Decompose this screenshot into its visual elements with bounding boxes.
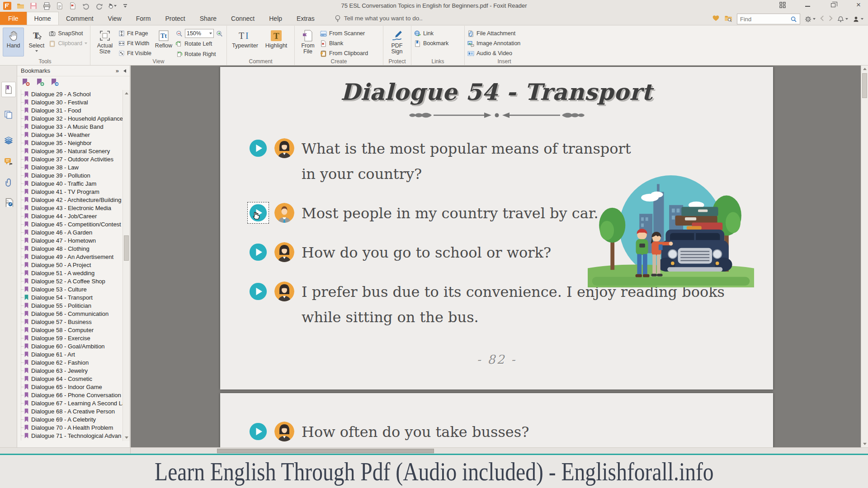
forward-button[interactable] [829, 15, 833, 23]
account-user-button[interactable] [853, 16, 863, 23]
bookmark-item[interactable]: Dialogue 40 - Traffic Jam [17, 179, 123, 188]
bookmark-item[interactable]: Dialogue 35 - Neighbor [17, 139, 123, 147]
bookmarks-scroll-thumb[interactable] [124, 235, 129, 261]
bookmark-item[interactable]: Dialogue 48 - Clothing [17, 244, 123, 253]
bookmark-item[interactable]: Dialogue 38 - Law [17, 163, 123, 171]
bookmark-item[interactable]: Dialogue 43 - Electronic Media [17, 204, 123, 212]
find-box[interactable] [737, 14, 800, 24]
bookmark-item[interactable]: Dialogue 57 - Business [17, 318, 123, 326]
delete-bookmark-icon[interactable] [22, 78, 30, 89]
from-file-button[interactable]: From File [297, 28, 318, 56]
zoom-level-combobox[interactable]: 150% [185, 29, 214, 38]
bookmark-item[interactable]: Dialogue 58 - Computer [17, 326, 123, 334]
tab-view[interactable]: View [101, 12, 129, 25]
find-input[interactable] [740, 16, 790, 23]
tab-extras[interactable]: Extras [289, 12, 322, 25]
layers-panel-icon[interactable] [1, 132, 16, 148]
tab-help[interactable]: Help [262, 12, 289, 25]
bookmark-item[interactable]: Dialogue 33 - A Music Band [17, 122, 123, 131]
fit-visible-button[interactable]: Fit Visible [118, 49, 151, 58]
link-button[interactable]: Link [414, 29, 448, 38]
expand-panel-icon[interactable]: » [116, 67, 119, 74]
typewriter-button[interactable]: TI Typewriter [230, 28, 260, 56]
bookmark-item[interactable]: Dialogue 37 - Outdoor Activities [17, 155, 123, 163]
bookmark-item[interactable]: Dialogue 69 - A Celebrity [17, 415, 123, 423]
tab-comment[interactable]: Comment [59, 12, 101, 25]
hand-tool-button[interactable]: Hand [3, 28, 24, 56]
horizontal-scroll-thumb[interactable] [217, 449, 434, 453]
from-clipboard-button[interactable]: From Clipboard [320, 49, 368, 58]
print-icon[interactable] [42, 1, 51, 10]
audio-play-button[interactable] [247, 241, 269, 263]
tab-home[interactable]: Home [27, 12, 59, 25]
comments-panel-icon[interactable] [1, 154, 16, 169]
bookmark-item[interactable]: Dialogue 67 - Learning A Second La [17, 399, 123, 407]
select-tool-button[interactable]: T Select [26, 28, 47, 56]
open-folder-icon[interactable] [16, 1, 25, 10]
audio-play-button[interactable] [247, 281, 269, 302]
settings-gear-button[interactable] [805, 16, 816, 23]
bookmarks-scrollbar[interactable] [123, 90, 130, 441]
document-icon[interactable] [55, 1, 64, 10]
goto-bookmark-icon[interactable] [51, 78, 59, 89]
document-scroll-thumb[interactable] [862, 73, 867, 98]
search-icon[interactable] [790, 16, 797, 23]
audio-play-button[interactable] [247, 202, 269, 224]
close-button[interactable]: × [853, 1, 864, 9]
tab-connect[interactable]: Connect [224, 12, 262, 25]
bookmark-item[interactable]: Dialogue 50 - A Project [17, 261, 123, 269]
bookmarks-panel-icon[interactable] [1, 82, 16, 97]
tab-protect[interactable]: Protect [158, 12, 192, 25]
bookmark-item[interactable]: Dialogue 55 - Politician [17, 301, 123, 310]
file-attachment-button[interactable]: File Attachment [467, 29, 520, 38]
bookmark-item[interactable]: Dialogue 70 - A Health Problem [17, 423, 123, 432]
horizontal-scrollbar[interactable] [0, 447, 868, 454]
zoom-in-icon[interactable] [216, 30, 223, 37]
bookmark-item[interactable]: Dialogue 31 - Food [17, 106, 123, 114]
bookmark-item[interactable]: Dialogue 65 - Indoor Game [17, 383, 123, 391]
fit-width-button[interactable]: Fit Width [118, 39, 151, 48]
bookmark-item[interactable]: Dialogue 53 - Culture [17, 285, 123, 293]
audio-play-button[interactable] [247, 421, 269, 442]
new-document-icon[interactable] [68, 1, 77, 10]
bookmark-item[interactable]: Dialogue 46 - A Garden [17, 228, 123, 236]
tell-me-box[interactable]: Tell me what you want to do.. [335, 12, 423, 25]
bookmark-item[interactable]: Dialogue 62 - Fashion [17, 358, 123, 366]
tab-file[interactable]: File [0, 12, 27, 25]
bookmark-item[interactable]: Dialogue 71 - Technological Advan [17, 432, 123, 440]
add-bookmark-icon[interactable] [36, 78, 45, 89]
arrange-windows-button[interactable] [777, 1, 788, 9]
bookmark-item[interactable]: Dialogue 72 - A Landmark [17, 440, 123, 441]
snapshot-button[interactable]: SnapShot [49, 29, 87, 38]
image-annotation-button[interactable]: Image Annotation [467, 39, 520, 48]
from-scanner-button[interactable]: From Scanner [320, 29, 368, 38]
restore-button[interactable] [827, 1, 839, 9]
pages-panel-icon[interactable] [1, 107, 16, 122]
bookmark-item[interactable]: Dialogue 42 - Architecture/Building [17, 196, 123, 204]
fit-page-button[interactable]: Fit Page [118, 29, 151, 38]
bookmark-item[interactable]: Dialogue 51 - A wedding [17, 269, 123, 277]
bookmark-item[interactable]: Dialogue 64 - Cosmetic [17, 375, 123, 383]
rotate-left-button[interactable]: Rotate Left [176, 39, 223, 48]
bookmark-item[interactable]: Dialogue 61 - Art [17, 350, 123, 358]
bookmark-item[interactable]: Dialogue 36 - Natural Scenery [17, 147, 123, 155]
document-scrollbar[interactable] [861, 66, 868, 447]
bookmark-item[interactable]: Dialogue 30 - Festival [17, 98, 123, 106]
reflow-button[interactable]: Tt Reflow [153, 28, 174, 56]
bookmark-item[interactable]: Dialogue 47 - Hometown [17, 236, 123, 244]
doc-scroll-up-arrow[interactable] [861, 66, 868, 72]
undo-icon[interactable] [81, 1, 90, 10]
audio-video-button[interactable]: Audio & Video [467, 49, 520, 58]
bookmark-item[interactable]: Dialogue 68 - A Creative Person [17, 407, 123, 415]
bookmark-item[interactable]: Dialogue 41 - TV Program [17, 188, 123, 196]
back-button[interactable] [820, 15, 824, 23]
bookmark-item[interactable]: Dialogue 60 - Goal/Ambition [17, 342, 123, 350]
attachments-panel-icon[interactable] [1, 175, 16, 190]
scroll-down-arrow[interactable] [123, 434, 130, 441]
bookmark-item[interactable]: Dialogue 54 - Transport [17, 293, 123, 301]
actual-size-button[interactable]: Actual Size [93, 28, 117, 56]
foxit-logo-icon[interactable] [3, 1, 12, 10]
rotate-right-button[interactable]: Rotate Right [176, 50, 223, 59]
bookmark-item[interactable]: Dialogue 44 - Job/Career [17, 212, 123, 220]
collapse-panel-icon[interactable] [123, 67, 126, 74]
